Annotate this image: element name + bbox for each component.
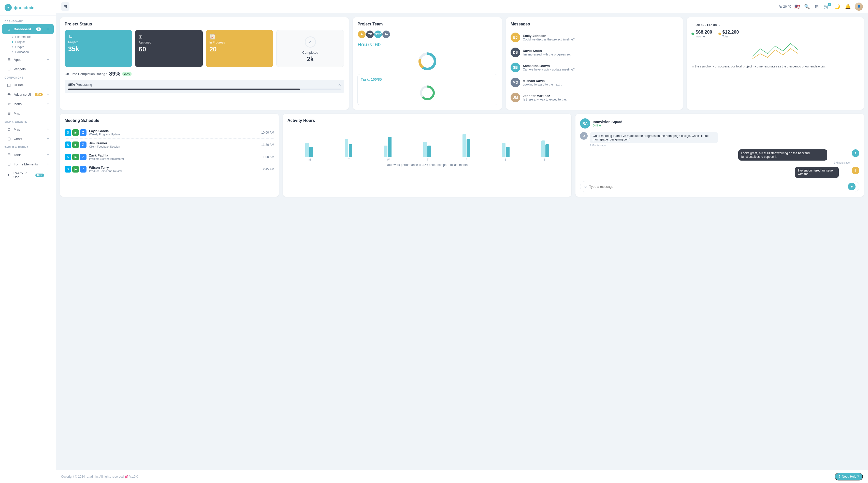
expand-icon[interactable]: + bbox=[47, 173, 49, 177]
sidebar-sub-project[interactable]: Project bbox=[0, 39, 56, 44]
msg-item-2[interactable]: SB Samantha Brown Can we have a quick up… bbox=[510, 60, 679, 75]
income-stat-income: $68,200 Income bbox=[691, 30, 712, 38]
msg-item-3[interactable]: MD Michael Davis Looking forward to the … bbox=[510, 75, 679, 90]
sidebar-item-widgets[interactable]: ⊟ Widgets + bbox=[2, 64, 54, 73]
meeting-icons-0: S ▶ Z bbox=[65, 129, 87, 136]
sidebar-item-advanceui[interactable]: ◎ Advance UI 12+ + bbox=[2, 90, 54, 99]
sidebar-sub-crypto[interactable]: Crypto bbox=[0, 44, 56, 50]
sidebar: ● ◉ra-admin DASHBOARD ⌂ Dashboard 4 − Ec… bbox=[0, 0, 56, 483]
team-avatars-row: A CD XYZ 2+ bbox=[358, 30, 497, 39]
flag-icon[interactable]: 🇺🇸 bbox=[795, 4, 800, 9]
completed-check-icon: ✓ bbox=[305, 36, 316, 48]
chat-avatar-1: A bbox=[852, 149, 859, 157]
meeting-item-2: S ▶ Z Zack Padilla Problem-Solving Brain… bbox=[65, 151, 274, 163]
sidebar-item-uikits[interactable]: ◫ UI Kits + bbox=[2, 81, 54, 90]
section-mapcharts-label: MAP & CHARTS bbox=[0, 118, 56, 124]
project-team-title: Project Team bbox=[358, 22, 497, 27]
zoom-icon[interactable]: Z bbox=[80, 166, 87, 173]
sidebar-item-chart[interactable]: ◷ Chart + bbox=[2, 134, 54, 143]
bar-dark-4 bbox=[467, 139, 470, 157]
sidebar-item-forms[interactable]: ⊡ Forms Elements + bbox=[2, 159, 54, 169]
team-hours: Hours: 60 bbox=[358, 42, 497, 48]
expand-icon[interactable]: + bbox=[47, 67, 49, 71]
msg-avatar-1: DS bbox=[510, 48, 520, 57]
sidebar-item-dashboard[interactable]: ⌂ Dashboard 4 − bbox=[2, 24, 54, 34]
widgets-icon: ⊟ bbox=[7, 67, 11, 71]
sidebar-sub-education[interactable]: Education bbox=[0, 50, 56, 55]
chat-message-input[interactable] bbox=[589, 185, 846, 188]
stat-card-project: 🖥 Project 35k bbox=[65, 30, 132, 67]
expand-icon[interactable]: + bbox=[47, 92, 49, 97]
skype-icon[interactable]: S bbox=[65, 142, 71, 148]
bell-icon[interactable]: 🔔 bbox=[844, 3, 852, 10]
chevron-left-icon[interactable]: ‹ bbox=[691, 23, 692, 27]
sidebar-item-icons[interactable]: ☆ Icons + bbox=[2, 99, 54, 109]
chevron-right-icon[interactable]: › bbox=[719, 23, 720, 27]
chart-icon: ◷ bbox=[7, 137, 11, 141]
sidebar-sub-ecommerce[interactable]: Ecommerce bbox=[0, 34, 56, 39]
user-avatar[interactable]: 👤 bbox=[855, 3, 863, 11]
zoom-icon[interactable]: Z bbox=[80, 129, 87, 136]
income-stats: $68,200 Income $12,200 Total bbox=[691, 30, 859, 38]
activity-title: Activity Hours bbox=[287, 118, 567, 123]
meet-icon[interactable]: ▶ bbox=[72, 142, 79, 148]
bar-group-0 bbox=[305, 143, 313, 157]
search-icon[interactable]: 🔍 bbox=[803, 3, 811, 10]
section-dashboard-label: DASHBOARD bbox=[0, 18, 56, 24]
zoom-icon[interactable]: Z bbox=[80, 142, 87, 148]
cart-button[interactable]: 🛒 4 bbox=[823, 4, 830, 9]
expand-icon[interactable]: + bbox=[47, 57, 49, 62]
chat-input-row[interactable]: ☺ ➤ bbox=[580, 181, 859, 192]
meet-icon[interactable]: ▶ bbox=[72, 129, 79, 136]
moon-icon[interactable]: 🌙 bbox=[833, 3, 841, 10]
messages-title: Messages bbox=[510, 22, 679, 27]
msg-content-3: Michael Davis Looking forward to the nex… bbox=[523, 79, 679, 86]
apps-icon[interactable]: ⊞ bbox=[814, 3, 820, 10]
bar-light-1 bbox=[345, 139, 348, 157]
msg-item-0[interactable]: EJ Emily Johnson Could we discuss the pr… bbox=[510, 30, 679, 45]
msg-item-1[interactable]: DS David Smith I'm impressed with the pr… bbox=[510, 45, 679, 60]
sub-dot bbox=[12, 36, 13, 38]
bar-light-0 bbox=[305, 143, 309, 157]
skype-icon[interactable]: S bbox=[65, 129, 71, 136]
meeting-list: S ▶ Z Layla Garcia Weekly Progress Updat… bbox=[65, 126, 274, 175]
grid-toggle-button[interactable]: ⊞ bbox=[61, 2, 69, 11]
meeting-title: Meeting Schedule bbox=[65, 118, 274, 123]
table-icon: ⊞ bbox=[7, 152, 11, 157]
meet-icon[interactable]: ▶ bbox=[72, 154, 79, 160]
expand-icon[interactable]: + bbox=[47, 127, 49, 131]
sidebar-item-readytouse[interactable]: ✦ Ready To Use New + bbox=[2, 169, 54, 181]
skype-icon[interactable]: S bbox=[65, 154, 71, 160]
expand-icon[interactable]: + bbox=[47, 83, 49, 87]
chat-msg-0: U Good morning team! I've made some prog… bbox=[580, 132, 859, 147]
chat-bubble-wrap-1: Looks great, Alice! I'll start working o… bbox=[738, 149, 850, 164]
sidebar-logo[interactable]: ● ◉ra-admin bbox=[0, 0, 56, 16]
bar-light-6 bbox=[541, 141, 545, 157]
expand-icon[interactable]: + bbox=[47, 137, 49, 141]
chat-msg-1: A Looks great, Alice! I'll start working… bbox=[580, 149, 859, 164]
project-status-card: Project Status 🖥 Project 35k ⊞ Assigned … bbox=[60, 17, 349, 110]
sidebar-item-apps[interactable]: ⊞ Apps + bbox=[2, 55, 54, 64]
collapse-icon[interactable]: − bbox=[46, 27, 49, 32]
expand-icon[interactable]: + bbox=[47, 152, 49, 157]
zoom-icon[interactable]: Z bbox=[80, 154, 87, 160]
expand-icon[interactable]: + bbox=[47, 162, 49, 167]
help-icon: ? bbox=[839, 475, 840, 478]
income-dot-green bbox=[691, 33, 694, 35]
sidebar-item-map[interactable]: ⊙ Map + bbox=[2, 125, 54, 134]
msg-item-4[interactable]: JM Jennifer Martinez Is there any way to… bbox=[510, 90, 679, 105]
sidebar-item-table[interactable]: ⊞ Table + bbox=[2, 150, 54, 159]
need-help-button[interactable]: ? Need Help ? bbox=[835, 473, 863, 480]
emoji-icon[interactable]: ☺ bbox=[584, 185, 587, 188]
bar-group-5 bbox=[502, 143, 509, 157]
progress-wrap: 85% Processing ✕ bbox=[65, 80, 344, 93]
progress-close-button[interactable]: ✕ bbox=[338, 83, 341, 87]
expand-icon[interactable]: + bbox=[47, 101, 49, 106]
chat-msg-2: B I've encountered an issue with the... bbox=[580, 167, 859, 178]
income-description: In the symphony of success, our total pr… bbox=[691, 64, 859, 69]
chat-send-button[interactable]: ➤ bbox=[848, 183, 856, 190]
skype-icon[interactable]: S bbox=[65, 166, 71, 173]
chart-labels: M T W T F S S bbox=[287, 157, 567, 161]
sidebar-item-misc[interactable]: ⊟ Misc bbox=[2, 109, 54, 118]
meet-icon[interactable]: ▶ bbox=[72, 166, 79, 173]
